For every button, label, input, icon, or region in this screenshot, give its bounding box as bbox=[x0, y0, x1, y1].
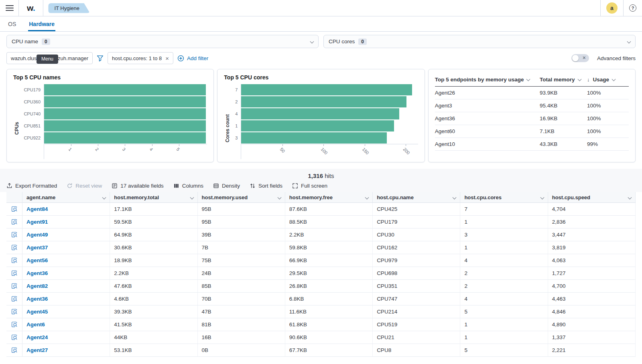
full-screen-button[interactable]: Full screen bbox=[292, 183, 327, 189]
category-label: CPU740 bbox=[20, 111, 44, 116]
sort-fields-button[interactable]: Sort fields bbox=[250, 183, 282, 189]
expand-document-icon[interactable] bbox=[11, 347, 18, 354]
cpu-name-select[interactable]: CPU name 0 bbox=[6, 35, 319, 48]
header-total-memory[interactable]: Total memory bbox=[540, 77, 587, 83]
agent-link[interactable]: Agent56 bbox=[26, 257, 48, 263]
select-label: CPU cores bbox=[329, 38, 355, 44]
cell-host-cpu-name: CPU519 bbox=[373, 318, 460, 331]
table-row: Agent362.2KB24B29.5KBCPU69821,727 bbox=[6, 267, 636, 280]
agent-link[interactable]: Agent6 bbox=[26, 322, 45, 328]
tab-os[interactable]: OS bbox=[7, 18, 17, 31]
expand-document-icon[interactable] bbox=[11, 206, 18, 212]
agent-link[interactable]: Agent91 bbox=[26, 219, 48, 225]
expand-document-icon[interactable] bbox=[11, 295, 18, 302]
cell-agent-name: Agent36 bbox=[22, 293, 110, 305]
menu-icon[interactable] bbox=[6, 5, 14, 11]
cpu-cores-select[interactable]: CPU cores 0 bbox=[323, 35, 636, 48]
divider bbox=[43, 0, 43, 16]
chevron-down-icon bbox=[612, 77, 616, 81]
expand-document-icon[interactable] bbox=[11, 283, 18, 289]
x-tick-label: 3 bbox=[122, 147, 127, 152]
density-icon bbox=[213, 183, 219, 189]
agent-link[interactable]: Agent27 bbox=[26, 347, 48, 353]
expand-document-icon[interactable] bbox=[11, 244, 18, 251]
agent-link[interactable]: Agent82 bbox=[26, 283, 48, 289]
agent-link[interactable]: Agent37 bbox=[26, 245, 48, 251]
row-control-cell bbox=[6, 254, 22, 267]
filter-pill-cpu-cores[interactable]: host.cpu.cores: 1 to 8 × bbox=[108, 52, 173, 64]
column-header-host-cpu-cores[interactable]: host.cpu.cores bbox=[460, 192, 548, 202]
expand-document-icon[interactable] bbox=[11, 231, 18, 238]
data-grid: agent.namehost.memory.totalhost.memory.u… bbox=[6, 192, 636, 357]
export-formatted-button[interactable]: Export Formatted bbox=[6, 183, 57, 189]
close-icon[interactable]: × bbox=[165, 55, 169, 61]
cell-host-cpu-speed: 4,063 bbox=[548, 254, 636, 267]
17-available-fields-button[interactable]: 17 available fields bbox=[112, 183, 163, 189]
category-label: CPU851 bbox=[20, 123, 44, 128]
bar[interactable] bbox=[44, 120, 206, 131]
bar[interactable] bbox=[44, 96, 206, 107]
tick-mark bbox=[282, 144, 283, 146]
column-header-host-memory-free[interactable]: host.memory.free bbox=[285, 192, 373, 202]
grid-header-row: agent.namehost.memory.totalhost.memory.u… bbox=[6, 192, 636, 203]
filter-funnel-icon[interactable] bbox=[97, 55, 104, 62]
cell-host-cpu-speed: 1,337 bbox=[548, 331, 636, 344]
column-header-agent-name[interactable]: agent.name bbox=[22, 192, 110, 202]
agent-link[interactable]: Agent36 bbox=[26, 296, 48, 302]
column-header-host-memory-total[interactable]: host.memory.total bbox=[110, 192, 197, 202]
column-header-host-cpu-speed[interactable]: host.cpu.speed bbox=[548, 192, 636, 202]
count-badge: 0 bbox=[358, 38, 367, 45]
chevron-down-icon bbox=[540, 195, 544, 199]
bar[interactable] bbox=[44, 132, 206, 144]
cell-host-memory-total: 44KB bbox=[110, 331, 197, 344]
wazuh-logo[interactable]: w. bbox=[19, 3, 43, 13]
bar[interactable] bbox=[44, 84, 206, 95]
agent-link[interactable]: Agent84 bbox=[26, 206, 48, 212]
agent-link[interactable]: Agent49 bbox=[26, 232, 48, 238]
expand-document-icon[interactable] bbox=[11, 218, 18, 225]
expand-document-icon[interactable] bbox=[11, 308, 18, 315]
column-header-host-cpu-name[interactable]: host.cpu.name bbox=[373, 192, 460, 202]
header-usage[interactable]: ↓ Usage bbox=[587, 77, 629, 83]
tab-hardware[interactable]: Hardware bbox=[28, 18, 55, 31]
cell-host-memory-total: 64.9KB bbox=[110, 229, 197, 241]
cell-agent-name: Agent84 bbox=[22, 203, 110, 215]
expand-document-icon[interactable] bbox=[11, 270, 18, 277]
bar[interactable] bbox=[241, 84, 412, 95]
breadcrumb[interactable]: IT Hygiene bbox=[48, 3, 90, 13]
bar[interactable] bbox=[44, 108, 206, 119]
bar[interactable] bbox=[241, 120, 394, 131]
agent-link[interactable]: Agent45 bbox=[26, 309, 48, 315]
table-row: Agent8247.6KB85B26.8KBCPU35124,700 bbox=[6, 280, 636, 293]
reset-view-button: Reset view bbox=[67, 183, 102, 189]
x-tick-label: 150 bbox=[361, 147, 370, 155]
agent-link[interactable]: Agent36 bbox=[26, 270, 48, 276]
columns-button[interactable]: Columns bbox=[173, 183, 203, 189]
header-endpoints[interactable]: Top 5 endpoints by memory usage bbox=[435, 77, 540, 83]
bar[interactable] bbox=[241, 108, 399, 119]
toolbar-label: Sort fields bbox=[258, 183, 282, 189]
column-header-host-memory-used[interactable]: host.memory.used bbox=[198, 192, 285, 202]
x-axis-lane: 12345 bbox=[44, 144, 207, 159]
help-icon[interactable]: ? bbox=[629, 4, 636, 12]
agent-link[interactable]: Agent24 bbox=[26, 334, 48, 340]
add-filter-button[interactable]: Add filter bbox=[177, 55, 208, 62]
cell-host-memory-total: 41.5KB bbox=[110, 318, 197, 331]
bar-row: CPU179 bbox=[20, 84, 207, 96]
expand-document-icon[interactable] bbox=[11, 334, 18, 341]
cell-host-memory-used: 47B bbox=[198, 305, 285, 318]
control-column-header bbox=[6, 192, 22, 202]
advanced-filters-toggle[interactable]: × bbox=[571, 54, 589, 62]
avatar[interactable]: a bbox=[606, 2, 618, 14]
filter-pill-cluster[interactable]: wazuh.cluste wazuh.manager Menu bbox=[6, 52, 93, 64]
expand-document-icon[interactable] bbox=[11, 257, 18, 264]
category-label: 1 bbox=[231, 123, 241, 128]
cell-host-cpu-cores: 1 bbox=[460, 331, 548, 344]
bar[interactable] bbox=[241, 96, 406, 107]
tab-bar: OS Hardware bbox=[0, 16, 642, 32]
expand-document-icon[interactable] bbox=[11, 321, 18, 328]
density-button[interactable]: Density bbox=[213, 183, 240, 189]
row-control-cell bbox=[6, 241, 22, 254]
bar[interactable] bbox=[241, 132, 387, 144]
table-row: Agent395.4KB100% bbox=[435, 99, 629, 112]
